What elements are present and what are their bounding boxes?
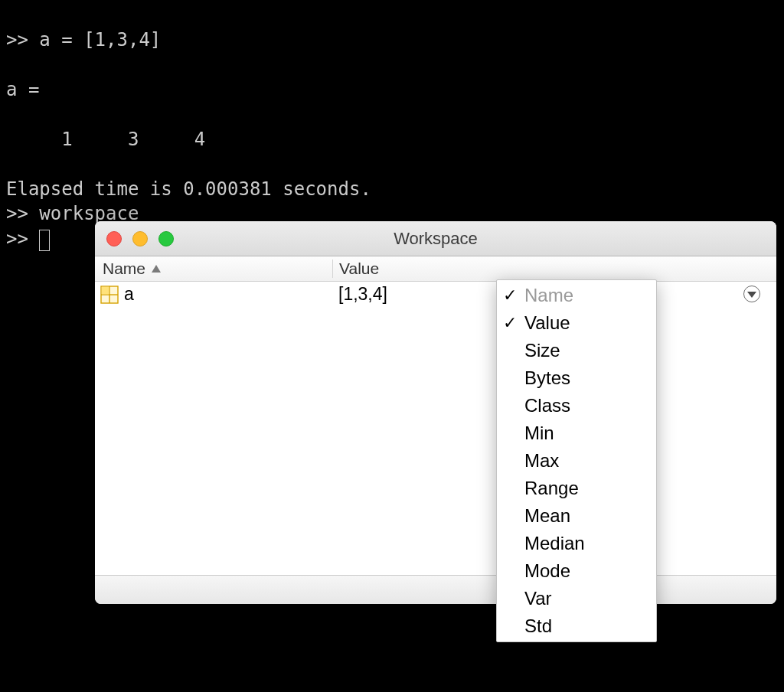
terminal-line: >> a = [1,3,4] [6, 29, 161, 51]
menu-item-min[interactable]: Min [497, 419, 656, 447]
window-title: Workspace [394, 229, 478, 249]
variable-name: a [124, 284, 134, 305]
menu-item-mean[interactable]: Mean [497, 502, 656, 530]
menu-item-label: Value [524, 312, 570, 334]
menu-item-label: Range [524, 478, 579, 499]
terminal-line: 1 3 4 [6, 129, 205, 150]
menu-item-bytes[interactable]: Bytes [497, 364, 656, 392]
minimize-button[interactable] [132, 231, 148, 246]
menu-item-median[interactable]: Median [497, 530, 656, 557]
window-footer [95, 575, 776, 604]
checkmark-icon: ✓ [503, 286, 517, 305]
terminal-prompt: >> [6, 228, 39, 250]
menu-item-class[interactable]: Class [497, 392, 656, 419]
menu-item-label: Name [524, 285, 573, 306]
matrix-variable-icon [100, 286, 119, 304]
variable-value: [1,3,4] [338, 284, 387, 304]
menu-item-label: Median [524, 533, 585, 554]
menu-item-label: Bytes [524, 367, 570, 389]
maximize-button[interactable] [158, 231, 174, 246]
checkmark-icon: ✓ [503, 313, 517, 333]
column-header-name[interactable]: Name [95, 260, 332, 278]
menu-item-label: Size [524, 340, 560, 361]
menu-item-std[interactable]: Std [497, 612, 656, 640]
menu-item-label: Max [524, 450, 559, 472]
variable-name-cell: a [95, 284, 332, 305]
terminal-cursor[interactable] [39, 230, 50, 251]
table-row[interactable]: a [1,3,4] [95, 282, 776, 307]
column-context-menu: ✓ Name ✓ Value Size Bytes Class Min Max … [496, 279, 657, 642]
workspace-window: Workspace Name Value a [95, 221, 776, 604]
close-button[interactable] [106, 231, 122, 246]
menu-item-label: Var [524, 588, 552, 609]
menu-item-value[interactable]: ✓ Value [497, 309, 656, 337]
menu-item-label: Class [524, 395, 570, 416]
menu-item-mode[interactable]: Mode [497, 557, 656, 585]
menu-item-label: Mode [524, 560, 570, 582]
menu-item-label: Min [524, 423, 554, 444]
menu-item-var[interactable]: Var [497, 585, 656, 612]
table-body: a [1,3,4] [95, 282, 776, 575]
column-header-name-label: Name [103, 260, 145, 278]
terminal-line: Elapsed time is 0.000381 seconds. [6, 178, 371, 200]
menu-item-label: Std [524, 615, 552, 637]
menu-item-range[interactable]: Range [497, 475, 656, 502]
terminal[interactable]: >> a = [1,3,4] a = 1 3 4 Elapsed time is… [0, 0, 784, 254]
terminal-line: a = [6, 79, 39, 100]
menu-item-name[interactable]: ✓ Name [497, 282, 656, 309]
column-options-button[interactable] [743, 286, 760, 302]
variable-value-cell: [1,3,4] [332, 284, 387, 305]
window-titlebar[interactable]: Workspace [95, 221, 776, 256]
menu-item-size[interactable]: Size [497, 337, 656, 364]
column-header-value-label: Value [339, 260, 379, 277]
menu-item-label: Mean [524, 505, 570, 527]
sort-ascending-icon [152, 265, 161, 273]
menu-item-max[interactable]: Max [497, 447, 656, 475]
column-header-value[interactable]: Value [332, 260, 776, 278]
svg-rect-3 [102, 286, 109, 294]
table-header: Name Value [95, 256, 776, 282]
traffic-lights [106, 231, 174, 246]
